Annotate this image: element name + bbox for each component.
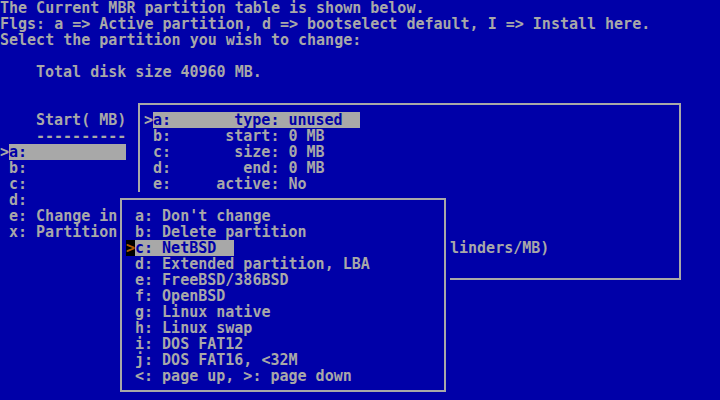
detail-row-start[interactable]: b: start: 0 MB: [153, 128, 325, 144]
partition-row-c[interactable]: c:: [9, 176, 27, 192]
column-header-underline: ----------: [36, 128, 126, 144]
type-option-openbsd[interactable]: f: OpenBSD: [135, 288, 225, 304]
header-line-3-prompt: Select the partition you wish to change:: [0, 32, 361, 48]
type-option-freebsd[interactable]: e: FreeBSD/386BSD: [135, 272, 289, 288]
page-navigation-hint[interactable]: <: page up, >: page down: [135, 368, 352, 384]
type-option-linux-swap[interactable]: h: Linux swap: [135, 320, 252, 336]
type-option-dont-change[interactable]: a: Don't change: [135, 208, 270, 224]
type-option-netbsd[interactable]: c: NetBSD: [135, 240, 234, 256]
header-line-2-flags-legend: Flgs: a => Active partition, d => bootse…: [0, 16, 650, 32]
detail-row-end[interactable]: d: end: 0 MB: [153, 160, 325, 176]
sysinst-console-screen: The Current MBR partition table is shown…: [0, 0, 720, 400]
selection-pointer-icon: >: [0, 144, 9, 160]
partition-row-d[interactable]: d:: [9, 192, 27, 208]
detail-row-type[interactable]: a: type: unused: [153, 112, 360, 128]
menu-item-change-input-units[interactable]: e: Change in: [9, 208, 117, 224]
detail-row-size[interactable]: c: size: 0 MB: [153, 144, 325, 160]
partition-type-menu-window: a: Don't change b: Delete partition > c:…: [117, 192, 450, 400]
type-option-dos-fat16[interactable]: j: DOS FAT16, <32M: [135, 352, 298, 368]
partition-row-b[interactable]: b:: [9, 160, 27, 176]
start-mb-column-header: Start( MB): [36, 112, 126, 128]
total-disk-size-text: Total disk size 40960 MB.: [36, 64, 262, 80]
units-hint-partial-text: linders/MB): [450, 240, 549, 256]
type-option-extended-lba[interactable]: d: Extended partition, LBA: [135, 256, 370, 272]
menu-item-partition-table-ok[interactable]: x: Partition: [9, 224, 117, 240]
header-line-1: The Current MBR partition table is shown…: [0, 0, 424, 16]
type-option-dos-fat12[interactable]: i: DOS FAT12: [135, 336, 243, 352]
type-menu-cursor-arrow-icon: >: [126, 240, 135, 256]
detail-selection-pointer-icon: >: [144, 112, 153, 128]
partition-row-a[interactable]: a:: [9, 144, 126, 160]
type-option-delete-partition[interactable]: b: Delete partition: [135, 224, 307, 240]
type-option-linux-native[interactable]: g: Linux native: [135, 304, 270, 320]
detail-row-active[interactable]: e: active: No: [153, 176, 307, 192]
